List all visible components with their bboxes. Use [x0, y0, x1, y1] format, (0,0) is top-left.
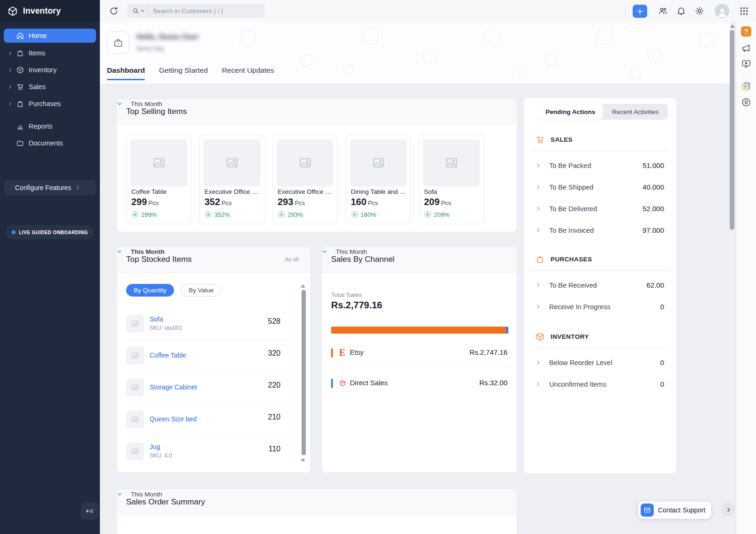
triangle-up-icon	[133, 213, 137, 216]
integrations-plug-icon[interactable]	[741, 97, 751, 107]
main-scrollbar[interactable]	[730, 30, 734, 230]
recent-history-icon[interactable]	[109, 6, 119, 16]
chevron-down-icon	[117, 101, 122, 107]
channel-stacked-bar	[331, 327, 508, 334]
photo-icon	[131, 447, 139, 456]
global-search[interactable]	[128, 4, 265, 18]
users-icon[interactable]	[658, 6, 668, 16]
stocked-row: Jug SKU: 4.0 110	[126, 435, 294, 467]
list-scroll-down-arrow[interactable]	[301, 459, 305, 462]
top-selling-item[interactable]: Dining Table and C... 160Pcs 160%	[346, 135, 411, 224]
by-quantity-toggle[interactable]: By Quantity	[126, 284, 174, 297]
chevron-right-icon	[535, 304, 541, 310]
app-title: Inventory	[23, 6, 61, 16]
top-selling-item[interactable]: Executive Office D... 293Pcs 293%	[272, 135, 338, 224]
expand-chevron-button[interactable]	[721, 503, 735, 517]
tab-dashboard[interactable]: Dashboard	[107, 66, 145, 80]
contact-support-button[interactable]: Contact Support	[638, 501, 711, 519]
item-image-placeholder	[204, 139, 260, 186]
sidebar-item-reports[interactable]: Reports	[4, 118, 96, 135]
pending-row-to-be-delivered[interactable]: To Be Delivered 52.000	[535, 204, 664, 215]
photo-icon	[131, 383, 139, 392]
list-scroll-up-arrow[interactable]	[301, 284, 305, 288]
card-title: Sales By Channel	[331, 255, 394, 264]
notifications-bell-icon[interactable]	[676, 6, 686, 16]
organization-avatar[interactable]	[107, 31, 129, 53]
documents-shortcut-icon[interactable]	[741, 81, 751, 92]
app-logo[interactable]: Inventory	[0, 0, 100, 22]
pending-row-to-be-shipped[interactable]: To Be Shipped 40.000	[535, 182, 664, 193]
change-badge: 352%	[204, 211, 230, 218]
tab-pending-actions[interactable]: Pending Actions	[538, 104, 603, 120]
configure-features-button[interactable]: Configure Features	[4, 180, 96, 195]
announcements-megaphone-icon[interactable]	[741, 43, 751, 53]
tab-recent-updates[interactable]: Recent Updates	[222, 66, 274, 80]
etsy-bar-segment	[331, 327, 506, 334]
apps-grid-icon[interactable]	[739, 6, 749, 16]
sidebar-item-purchases[interactable]: Purchases	[4, 95, 96, 112]
top-stocked-period-dropdown[interactable]: As of: This Month	[285, 256, 301, 263]
scrollbar-up-arrow[interactable]	[730, 24, 735, 28]
top-selling-item[interactable]: Executive Office D... 352Pcs 352%	[199, 135, 265, 224]
person-icon	[716, 6, 728, 18]
chevron-right-icon	[8, 101, 13, 107]
item-image-placeholder	[350, 139, 407, 186]
change-badge: 160%	[351, 211, 376, 218]
box-icon	[535, 332, 545, 342]
card-title: Top Stocked Items	[126, 255, 192, 264]
pending-row-below-reorder-level[interactable]: Below Reorder Level 0	[535, 358, 664, 369]
sales-order-summary-header: Sales Order Summary This Month	[117, 489, 517, 515]
chevron-right-icon	[535, 381, 541, 387]
sidebar-item-home[interactable]: Home	[4, 29, 96, 43]
box-icon	[16, 66, 24, 74]
pending-actions-panel: Pending Actions Recent Activities SALES …	[523, 98, 677, 474]
user-avatar[interactable]	[715, 4, 729, 18]
sidebar-collapse-button[interactable]	[81, 502, 98, 520]
bar-chart-icon	[16, 122, 24, 130]
top-selling-item[interactable]: Sofa 209Pcs 209%	[419, 135, 484, 224]
search-scope-chevron-icon[interactable]	[140, 8, 145, 13]
stocked-row: Storage Cabinet 220	[126, 372, 294, 404]
video-tutorials-icon[interactable]	[741, 59, 751, 69]
sales-section-header: SALES	[535, 135, 573, 145]
tab-recent-activities[interactable]: Recent Activities	[603, 104, 668, 120]
item-link[interactable]: Storage Cabinet	[150, 383, 197, 391]
pending-row-unconfirmed-items[interactable]: Unconfirmed Items 0	[535, 379, 664, 390]
user-greeting-blurred: Hello, Demo User	[136, 33, 198, 41]
help-button[interactable]: ?	[741, 26, 751, 37]
search-input[interactable]	[153, 8, 247, 15]
pending-row-receive-in-progress[interactable]: Receive In Progress 0	[535, 302, 664, 313]
item-image-placeholder	[126, 442, 144, 460]
settings-gear-icon[interactable]	[695, 6, 704, 16]
item-image-placeholder	[126, 315, 144, 333]
chevron-right-icon	[535, 162, 541, 168]
inventory-logo-icon	[7, 6, 18, 17]
pending-row-to-be-packed[interactable]: To Be Packed 51.000	[535, 160, 664, 172]
item-link[interactable]: Coffee Table	[150, 351, 186, 359]
pending-row-to-be-invoiced[interactable]: To Be Invoiced 97.000	[535, 225, 664, 236]
chevron-right-icon	[8, 68, 13, 73]
pending-row-to-be-received[interactable]: To Be Received 62.00	[535, 280, 664, 291]
live-guided-onboarding-button[interactable]: LIVE GUIDED ONBOARDING	[6, 225, 94, 239]
plus-icon	[636, 8, 644, 15]
stocked-row: Queen Size bed 210	[126, 404, 294, 435]
tab-getting-started[interactable]: Getting Started	[159, 66, 208, 80]
sidebar-item-documents[interactable]: Documents	[4, 135, 96, 152]
item-link[interactable]: Jug	[150, 443, 160, 450]
folder-icon	[16, 139, 24, 147]
quick-create-button[interactable]	[633, 5, 647, 18]
by-value-toggle[interactable]: By Value	[181, 284, 221, 297]
search-icon	[132, 8, 139, 15]
triangle-up-icon	[353, 213, 356, 216]
item-image-placeholder	[126, 411, 144, 428]
top-selling-item[interactable]: Coffee Table 299Pcs 299%	[126, 135, 191, 224]
photo-icon	[131, 415, 139, 424]
sidebar-item-sales[interactable]: Sales	[4, 78, 96, 95]
item-link[interactable]: Sofa	[150, 315, 163, 323]
item-link[interactable]: Queen Size bed	[150, 415, 197, 423]
sidebar-item-items[interactable]: Items	[4, 45, 96, 61]
list-scrollbar[interactable]	[302, 290, 306, 455]
sidebar-item-inventory[interactable]: Inventory	[4, 61, 96, 78]
item-image-placeholder	[423, 139, 480, 186]
change-badge: 299%	[131, 211, 157, 218]
